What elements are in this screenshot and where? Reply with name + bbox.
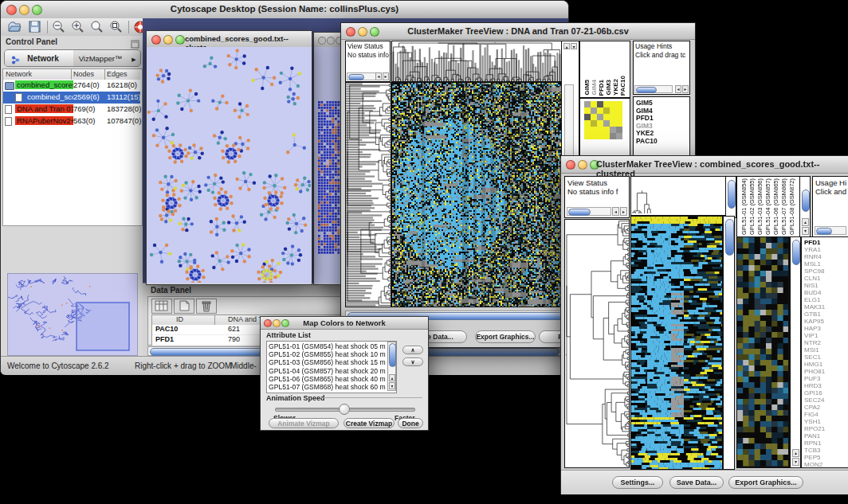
row-label[interactable]: YRA1 xyxy=(804,246,848,253)
button[interactable]: Export Graphics... xyxy=(728,476,803,489)
create-vizmap-button[interactable]: Create Vizmap xyxy=(344,418,395,428)
network-row[interactable]: combined_sco2569(6)13112(15) xyxy=(3,92,140,104)
tab-vizmapper[interactable]: VizMapper™ xyxy=(73,50,128,66)
open-session-icon[interactable] xyxy=(7,20,22,37)
attribute-list-item[interactable]: GPL51-01 (GSM854) heat shock 05 min xyxy=(269,342,386,350)
network-row[interactable]: DNA and Tran 07769(0)183728(0) xyxy=(3,104,140,115)
button[interactable]: Settings... xyxy=(612,476,663,489)
row-label[interactable]: NIS1 xyxy=(804,282,848,289)
network-canvas-1[interactable] xyxy=(147,47,312,283)
column-label[interactable]: PFD1 xyxy=(598,80,605,96)
row-label[interactable]: YSH1 xyxy=(804,418,848,425)
minimize-icon[interactable] xyxy=(327,37,335,45)
tv2-zoomheat-vscroll[interactable]: ▴ ▾ xyxy=(790,236,801,468)
zoom-out-icon[interactable] xyxy=(52,20,66,37)
row-label[interactable]: CLN1 xyxy=(804,275,848,282)
move-up-button[interactable]: ∧ xyxy=(402,346,423,354)
close-icon[interactable] xyxy=(566,160,575,170)
row-label[interactable]: VIP1 xyxy=(804,332,848,339)
zoom-fit-icon[interactable] xyxy=(90,20,104,37)
scroll-left-icon[interactable]: ◂ xyxy=(375,72,382,80)
column-label[interactable]: GPL51-08 (GSM872) xyxy=(788,178,795,235)
tv2-heatmap-vscroll[interactable] xyxy=(723,216,735,470)
scroll-left-icon[interactable]: ◂ xyxy=(675,85,681,93)
col-header-network[interactable]: Network xyxy=(6,70,32,78)
row-label[interactable]: SPC98 xyxy=(804,268,848,275)
scroll-right-icon[interactable]: ▸ xyxy=(682,85,689,93)
column-label[interactable]: PAC10 xyxy=(619,76,626,96)
attribute-list-item[interactable]: GPL51-04 (GSM857) heat shock 20 min xyxy=(269,367,386,375)
zoom-in-icon[interactable] xyxy=(71,20,85,37)
row-label[interactable]: SEC1 xyxy=(804,354,848,361)
network-window-titlebar[interactable]: combined_scores_good.txt--cluste... xyxy=(147,31,312,48)
row-label[interactable]: KAP95 xyxy=(804,318,848,325)
tv1-vs-hscroll[interactable] xyxy=(347,72,377,80)
row-label[interactable]: MSL1 xyxy=(804,260,848,268)
col-header-edges[interactable]: Edges xyxy=(107,70,128,78)
slider-thumb[interactable] xyxy=(339,404,350,415)
column-label[interactable]: GIM5 xyxy=(583,80,591,96)
attribute-list-item[interactable]: GPL51-02 (GSM855) heat shock 10 min xyxy=(269,350,386,358)
tv1-heatmap[interactable] xyxy=(391,82,562,307)
new-attribute-icon[interactable] xyxy=(174,299,194,314)
attribute-list-item[interactable]: GPL51-07 (GSM868) heat shock 60 min xyxy=(269,383,386,391)
dialog-titlebar[interactable]: Map Colors to Network xyxy=(261,317,428,330)
col-header-nodes[interactable]: Nodes xyxy=(73,70,94,78)
row-label[interactable]: CPA2 xyxy=(804,404,848,411)
minimize-icon[interactable] xyxy=(163,35,173,45)
tv2-row-dendrogram[interactable] xyxy=(564,219,630,468)
column-label[interactable]: GPL51-01 (GSM854) xyxy=(740,178,748,235)
tv2-column-dendrogram[interactable] xyxy=(630,176,726,216)
scroll-up-icon[interactable]: ▴ xyxy=(389,374,395,381)
row-label[interactable]: RPO21 xyxy=(804,425,848,432)
close-icon[interactable] xyxy=(151,35,161,45)
tab-network[interactable]: Network xyxy=(5,50,74,66)
scroll-down-icon[interactable]: ▾ xyxy=(389,382,395,389)
dp-col-id[interactable]: ID xyxy=(176,315,183,323)
row-label[interactable]: FIG4 xyxy=(804,411,848,418)
tv1-row-dendrogram[interactable] xyxy=(345,82,391,307)
tv1-uh-hscroll[interactable] xyxy=(634,85,673,93)
main-titlebar[interactable]: Cytoscape Desktop (Session Name: collins… xyxy=(1,1,568,19)
row-label[interactable]: SEC24 xyxy=(804,397,848,404)
row-label[interactable]: GTB1 xyxy=(804,311,848,318)
row-label[interactable]: MAK31 xyxy=(804,303,848,311)
row-label[interactable]: RPN1 xyxy=(804,440,848,447)
save-session-icon[interactable] xyxy=(28,20,42,37)
delete-attribute-icon[interactable] xyxy=(196,299,217,314)
tv2-zoom-heatmap[interactable] xyxy=(736,236,790,468)
column-label[interactable]: GPL51-04 (GSM857) xyxy=(764,178,771,235)
zoom-selected-icon[interactable] xyxy=(109,20,124,37)
scroll-up-icon[interactable]: ▴ xyxy=(802,218,809,226)
scroll-up-icon[interactable]: ▴ xyxy=(792,449,799,457)
attribute-list-item[interactable]: GPL51-03 (GSM856) heat shock 15 min xyxy=(269,358,386,366)
row-label[interactable]: HMG1 xyxy=(804,361,848,368)
treeview2-titlebar[interactable]: ClusterMaker TreeView : combined_scores_… xyxy=(561,156,848,174)
row-label[interactable]: PFD1 xyxy=(804,239,848,246)
row-label[interactable]: ELG1 xyxy=(804,296,848,303)
tv2-collabels-vscroll[interactable]: ▴ ▾ xyxy=(799,176,811,237)
row-label[interactable]: PAC10 xyxy=(636,138,689,146)
row-label[interactable]: MSI1 xyxy=(804,346,848,354)
animate-vizmap-button[interactable]: Animate Vizmap xyxy=(269,418,339,428)
row-label[interactable]: HAP3 xyxy=(804,325,848,332)
row-label[interactable]: HRD3 xyxy=(804,382,848,389)
row-label[interactable]: BUD4 xyxy=(804,289,848,296)
scroll-down-icon[interactable]: ▾ xyxy=(571,43,577,49)
scroll-down-icon[interactable]: ▾ xyxy=(792,458,799,466)
row-label[interactable]: PUF3 xyxy=(804,375,848,382)
network-row[interactable]: RNAPuberNov2+!563(0)107847(0) xyxy=(3,115,140,127)
select-attributes-icon[interactable] xyxy=(151,299,172,314)
done-button[interactable]: Done xyxy=(398,418,423,428)
attribute-list-item[interactable]: GPL51-06 (GSM865) heat shock 40 min xyxy=(269,375,386,383)
scroll-right-icon[interactable]: ▸ xyxy=(620,207,627,216)
row-label[interactable]: GPI16 xyxy=(804,389,848,397)
button[interactable]: Save Data... xyxy=(669,476,724,489)
button[interactable]: Export Graphics... xyxy=(475,330,536,343)
treeview1-titlebar[interactable]: ClusterMaker TreeView : DNA and Tran 07-… xyxy=(341,23,695,40)
animation-speed-slider[interactable] xyxy=(275,403,414,414)
move-down-button[interactable]: ∨ xyxy=(402,357,423,366)
column-label[interactable]: GPL51-02 (GSM855) xyxy=(748,178,756,235)
tv2-heatmap[interactable] xyxy=(630,216,723,470)
tab-overflow-arrow[interactable]: ▶ xyxy=(128,50,140,66)
